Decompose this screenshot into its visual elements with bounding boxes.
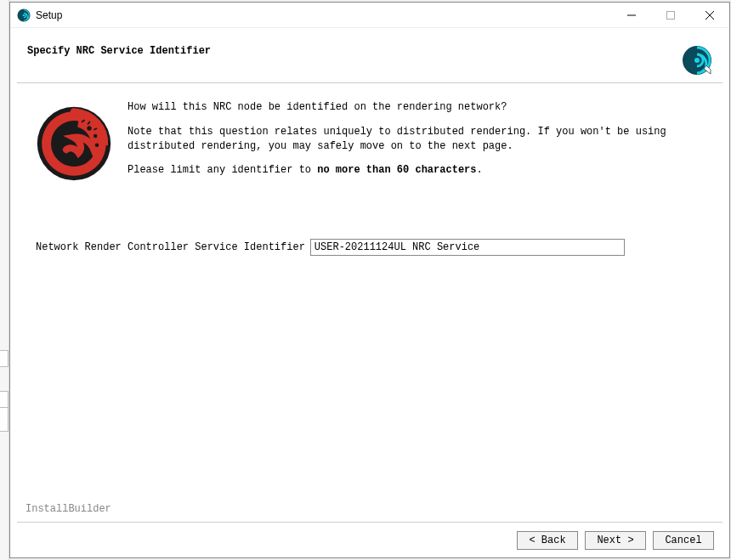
identifier-input[interactable] [310, 239, 625, 256]
minimize-button[interactable] [612, 3, 651, 28]
edge-fragment [0, 408, 8, 432]
intro-row: How will this NRC node be identified on … [36, 100, 717, 188]
svg-point-7 [694, 58, 700, 63]
maximize-button [651, 3, 690, 28]
edge-fragment [0, 391, 8, 408]
identifier-field-row: Network Render Controller Service Identi… [36, 239, 717, 256]
close-button[interactable] [690, 3, 729, 28]
product-art-icon [36, 105, 112, 182]
background-edge [0, 0, 9, 560]
titlebar: Setup [10, 3, 729, 28]
svg-point-9 [87, 126, 91, 130]
next-button[interactable]: Next > [585, 531, 646, 550]
app-icon [17, 8, 31, 22]
intro-text: How will this NRC node be identified on … [128, 100, 717, 188]
page-title: Specify NRC Service Identifier [27, 45, 682, 57]
svg-point-1 [23, 14, 26, 16]
intro-note: Note that this question relates uniquely… [128, 125, 717, 154]
maximize-icon [666, 11, 675, 20]
intro-limit-post: . [476, 164, 482, 176]
back-button[interactable]: < Back [517, 531, 578, 550]
intro-limit-bold: no more than 60 characters [317, 164, 476, 176]
intro-limit-pre: Please limit any identifier to [128, 164, 317, 176]
svg-point-10 [94, 134, 98, 139]
content-area: How will this NRC node be identified on … [10, 83, 729, 522]
svg-point-11 [95, 144, 99, 148]
edge-fragment [0, 350, 8, 367]
footer-buttons: < Back Next > Cancel [17, 522, 722, 557]
close-icon [706, 11, 714, 20]
identifier-label: Network Render Controller Service Identi… [36, 241, 305, 253]
footer-brand: InstallBuilder [26, 503, 111, 515]
svg-rect-3 [667, 12, 675, 20]
cancel-button[interactable]: Cancel [653, 531, 714, 550]
window-controls [612, 3, 729, 27]
setup-window: Setup Specify NRC Service Identifier [9, 2, 730, 558]
intro-question: How will this NRC node be identified on … [128, 100, 717, 115]
product-logo-icon [682, 45, 712, 76]
minimize-icon [627, 11, 636, 20]
window-title: Setup [36, 9, 612, 21]
intro-limit: Please limit any identifier to no more t… [128, 163, 717, 178]
page-header: Specify NRC Service Identifier [10, 28, 729, 82]
